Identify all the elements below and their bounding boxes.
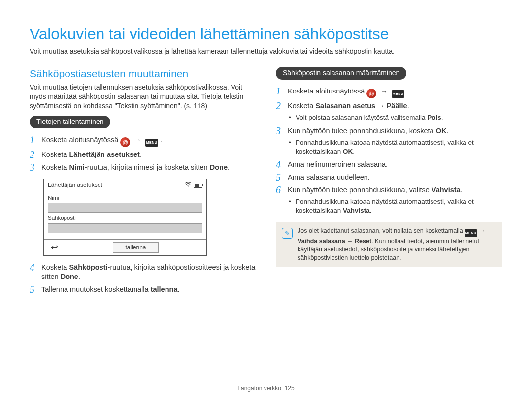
right-step-2: 2 Kosketa Salasanan asetus → Päälle.	[276, 100, 502, 111]
step-text: Kosketa aloitusnäytössä @ → MENU .	[288, 86, 502, 98]
footer-page-number: 125	[285, 385, 295, 392]
mock-footer: ↩ tallenna	[44, 239, 206, 255]
two-column-layout: Sähköpostiasetusten muuttaminen Voit muu…	[30, 67, 502, 297]
step-number: 6	[276, 185, 288, 195]
bullet-icon: •	[289, 138, 296, 147]
step-number: 5	[276, 172, 288, 183]
mock-header: Lähettäjän asetukset	[44, 179, 206, 191]
step-number: 1	[276, 86, 288, 96]
left-step-1: 1 Kosketa aloitusnäytössä @ → MENU .	[30, 134, 256, 147]
right-step-5: 5 Anna salasana uudelleen.	[276, 172, 502, 183]
left-step-2: 2 Kosketa Lähettäjän asetukset.	[30, 149, 256, 160]
step-number: 4	[30, 262, 41, 273]
step-text: Kosketa Lähettäjän asetukset.	[41, 149, 256, 160]
mock-email-label: Sähköposti	[48, 215, 202, 222]
mock-save-area: tallenna	[65, 240, 206, 255]
right-step-6-bullet: • Ponnahdusikkuna katoaa näytöstä automa…	[289, 197, 502, 215]
step-number: 4	[276, 159, 288, 170]
note-text: Jos olet kadottanut salasanan, voit noll…	[298, 227, 497, 262]
step-text: Tallenna muutokset koskettamalla tallenn…	[41, 284, 256, 295]
right-step-4: 4 Anna nelinumeroinen salasana.	[276, 159, 502, 170]
left-column: Sähköpostiasetusten muuttaminen Voit muu…	[30, 67, 256, 297]
left-section-heading: Sähköpostiasetusten muuttaminen	[30, 67, 256, 81]
bullet-text: Ponnahdusikkuna katoaa näytöstä automaat…	[296, 138, 502, 156]
battery-icon	[194, 183, 202, 188]
step-number: 3	[276, 125, 288, 136]
step-text: Kosketa Sähköposti-ruutua, kirjoita sähk…	[41, 262, 256, 282]
page-intro: Voit muuttaa asetuksia sähköpostivalikos…	[30, 47, 502, 56]
step-text: Kosketa aloitusnäytössä @ → MENU .	[41, 134, 256, 147]
right-step-3-bullet: • Ponnahdusikkuna katoaa näytöstä automa…	[289, 138, 502, 156]
step-text: Kosketa Salasanan asetus → Päälle.	[288, 100, 502, 111]
svg-point-0	[188, 186, 189, 187]
step-text: Anna nelinumeroinen salasana.	[288, 159, 502, 170]
page-title: Valokuvien tai videoiden lähettäminen sä…	[30, 24, 502, 45]
arrow-icon: →	[380, 87, 388, 95]
step-number: 2	[276, 100, 288, 111]
right-step-2-bullet: • Voit poistaa salasanan käytöstä valits…	[289, 113, 502, 122]
mock-name-label: Nimi	[48, 194, 202, 202]
step-text: Anna salasana uudelleen.	[288, 172, 502, 183]
right-pill: Sähköpostin salasanan määrittäminen	[276, 67, 406, 80]
bullet-text: Voit poistaa salasanan käytöstä valitsem…	[296, 113, 443, 122]
bullet-text: Ponnahdusikkuna katoaa näytöstä automaat…	[296, 197, 502, 215]
right-step-6: 6 Kun näyttöön tulee ponnahdusikkuna, va…	[276, 185, 502, 195]
email-icon: @	[366, 89, 376, 98]
save-button[interactable]: tallenna	[113, 242, 158, 253]
menu-icon: MENU	[392, 90, 404, 98]
left-step-5: 5 Tallenna muutokset koskettamalla talle…	[30, 284, 256, 295]
back-button[interactable]: ↩	[44, 240, 65, 255]
manual-page: Valokuvien tai videoiden lähettäminen sä…	[0, 0, 532, 401]
menu-icon: MENU	[145, 139, 158, 147]
page-footer: Langaton verkko 125	[0, 384, 532, 392]
left-step-4: 4 Kosketa Sähköposti-ruutua, kirjoita sä…	[30, 262, 256, 282]
mock-screen: Lähettäjän asetukset	[43, 179, 207, 256]
step-text: Kun näyttöön tulee ponnahdusikkuna, kosk…	[288, 125, 502, 136]
bullet-icon: •	[289, 113, 296, 122]
email-icon: @	[120, 137, 130, 147]
right-step-3: 3 Kun näyttöön tulee ponnahdusikkuna, ko…	[276, 125, 502, 136]
footer-section: Langaton verkko	[237, 385, 281, 392]
mock-body: Nimi Sähköposti	[44, 191, 206, 239]
step-text: Kun näyttöön tulee ponnahdusikkuna, vali…	[288, 185, 502, 195]
bullet-icon: •	[289, 197, 296, 206]
mock-name-input[interactable]	[48, 203, 202, 213]
menu-icon: MENU	[465, 229, 477, 237]
left-sub-intro: Voit muuttaa tietojen tallennuksen asetu…	[30, 83, 256, 111]
right-column: Sähköpostin salasanan määrittäminen 1 Ko…	[276, 67, 502, 297]
left-pill: Tietojen tallentaminen	[30, 116, 110, 128]
status-icons	[185, 181, 202, 189]
note-icon: ✎	[282, 228, 293, 239]
wifi-icon	[185, 181, 192, 189]
step-number: 5	[30, 284, 41, 295]
step-number: 1	[30, 134, 41, 145]
step-number: 3	[30, 162, 41, 173]
right-step-1: 1 Kosketa aloitusnäytössä @ → MENU .	[276, 86, 502, 98]
back-arrow-icon: ↩	[51, 242, 58, 253]
arrow-icon: →	[134, 136, 141, 144]
step-text: Kosketa Nimi-ruutua, kirjoita nimesi ja …	[41, 162, 256, 173]
step-number: 2	[30, 149, 41, 160]
mock-title: Lähettäjän asetukset	[48, 181, 102, 189]
note-box: ✎ Jos olet kadottanut salasanan, voit no…	[276, 222, 502, 267]
left-step-3: 3 Kosketa Nimi-ruutua, kirjoita nimesi j…	[30, 162, 256, 173]
mock-email-input[interactable]	[48, 223, 202, 233]
